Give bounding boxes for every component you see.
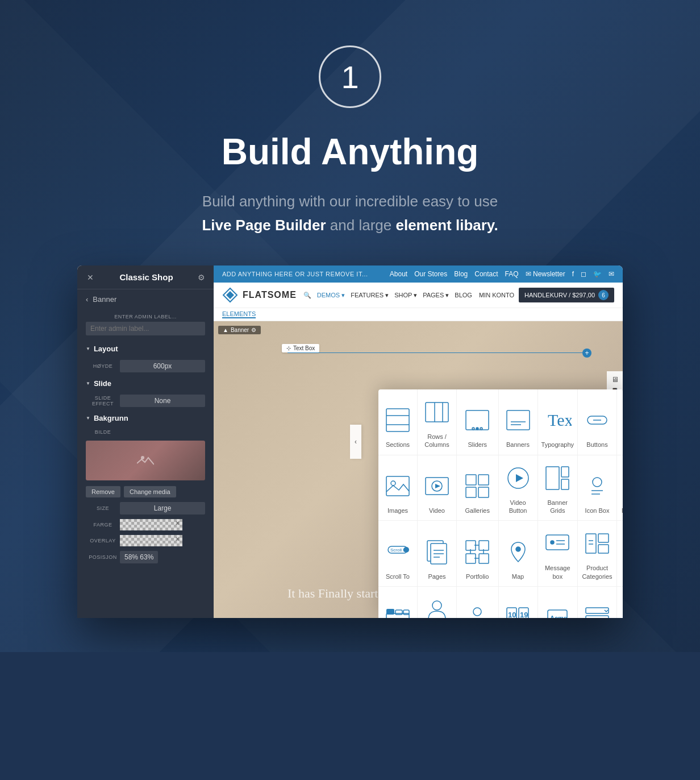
add-element-button[interactable]: + bbox=[582, 348, 591, 358]
element-icon-box[interactable]: Icon Box bbox=[578, 455, 617, 521]
svg-point-22 bbox=[391, 481, 395, 486]
instagram-feed-icon bbox=[620, 594, 623, 618]
cart-button[interactable]: HANDLEKURV / $297,00 6 bbox=[519, 288, 614, 302]
menu-shop[interactable]: SHOP ▾ bbox=[394, 292, 417, 299]
slide-effect-value[interactable]: None bbox=[120, 395, 205, 407]
element-video[interactable]: Video bbox=[418, 455, 457, 521]
nav-faq[interactable]: FAQ bbox=[505, 270, 519, 278]
svg-point-10 bbox=[476, 428, 478, 430]
svg-text:Text: Text bbox=[548, 410, 572, 429]
element-rows-columns[interactable]: Rows / Columns bbox=[418, 389, 457, 455]
size-label: SIZE bbox=[86, 505, 120, 511]
text-box-label: ⊹ Text Box bbox=[282, 344, 319, 352]
sidebar-title: Classic Shop bbox=[119, 272, 173, 282]
element-scroll-to[interactable]: Scroll toScroll To bbox=[378, 521, 418, 587]
min-konto[interactable]: MIN KONTO bbox=[479, 292, 514, 298]
element-label-sliders: Sliders bbox=[468, 441, 487, 449]
top-bar-text: ADD ANYTHING HERE OR JUST REMOVE IT... bbox=[222, 271, 368, 277]
svg-marker-31 bbox=[516, 474, 523, 482]
element-titles[interactable]: TITLETitles / Dividers bbox=[617, 389, 623, 455]
overlay-color-swatch[interactable] bbox=[120, 535, 182, 546]
element-banner-grids[interactable]: Banner Grids bbox=[538, 455, 578, 521]
size-value[interactable]: Large bbox=[120, 502, 205, 515]
nav-contact[interactable]: Contact bbox=[474, 270, 498, 278]
element-video-button[interactable]: Video Button bbox=[499, 455, 538, 521]
close-icon[interactable]: ✕ bbox=[86, 273, 95, 282]
countdown-icon: 1019DAYSMIN bbox=[502, 601, 534, 618]
svg-rect-58 bbox=[546, 535, 569, 550]
element-galleries[interactable]: Galleries bbox=[457, 455, 499, 521]
gear-icon[interactable]: ⚙ bbox=[198, 273, 205, 282]
element-sections[interactable]: Sections bbox=[378, 389, 418, 455]
element-image-box[interactable]: Image Box bbox=[617, 455, 623, 521]
element-typography[interactable]: TextTypography bbox=[538, 389, 578, 455]
sec-nav-elements[interactable]: ELEMENTS bbox=[222, 310, 256, 318]
banner-settings-icon[interactable]: ⚙ bbox=[251, 327, 256, 333]
element-products[interactable]: Products bbox=[617, 521, 623, 587]
element-message-box[interactable]: Message box bbox=[538, 521, 578, 587]
sidebar: ✕ Classic Shop ⚙ ‹ Banner Enter admin la… bbox=[77, 265, 214, 618]
admin-label-input[interactable] bbox=[86, 322, 205, 335]
element-buttons[interactable]: Buttons bbox=[578, 389, 617, 455]
change-media-button[interactable]: Change media bbox=[124, 486, 176, 497]
element-logo[interactable]: AcmeLogo bbox=[538, 587, 578, 618]
back-arrow-icon: ‹ bbox=[86, 295, 88, 304]
menu-pages[interactable]: PAGES ▾ bbox=[423, 292, 449, 299]
svg-text:19: 19 bbox=[520, 611, 528, 618]
logo-diamond-icon bbox=[222, 287, 238, 303]
element-product-categories[interactable]: Product Categories bbox=[578, 521, 617, 587]
nav-email[interactable]: ✉ bbox=[609, 270, 614, 278]
element-accordion[interactable]: Accordion bbox=[578, 587, 617, 618]
element-countdown[interactable]: 1019DAYSMINCountdown bbox=[499, 587, 538, 618]
handlekurv-text: HANDLEKURV / $297,00 bbox=[524, 292, 595, 298]
menu-demos[interactable]: DEMOS ▾ bbox=[317, 292, 345, 299]
nav-newsletter[interactable]: ✉ Newsletter bbox=[526, 270, 565, 278]
menu-search-icon[interactable]: 🔍 bbox=[303, 292, 311, 299]
image-btn-row: Remove Change media bbox=[77, 484, 214, 500]
element-sliders[interactable]: Sliders bbox=[457, 389, 499, 455]
logo-text: FLATSOME bbox=[243, 290, 297, 300]
element-label-image-box: Image Box bbox=[622, 507, 623, 515]
element-testimonials[interactable]: Testimonials bbox=[457, 587, 499, 618]
text-box-line bbox=[288, 352, 589, 353]
site-logo: FLATSOME bbox=[222, 287, 297, 303]
team-member-icon bbox=[421, 594, 453, 618]
element-team-member[interactable]: Team Member bbox=[418, 587, 457, 618]
remove-button[interactable]: Remove bbox=[86, 486, 120, 497]
elements-panel: SectionsRows / ColumnsSlidersBannersText… bbox=[378, 389, 623, 618]
banner-area: ▲ Banner ⚙ ⊹ Text Box + It has Finally s… bbox=[214, 321, 623, 618]
nav-about[interactable]: About bbox=[390, 270, 407, 278]
admin-label-field: Enter admin label... bbox=[77, 309, 214, 340]
slide-section: Slide bbox=[77, 375, 214, 392]
svg-point-35 bbox=[593, 478, 602, 487]
element-tabs[interactable]: Tabs bbox=[378, 587, 418, 618]
elements-grid: SectionsRows / ColumnsSlidersBannersText… bbox=[378, 389, 623, 618]
element-images[interactable]: Images bbox=[378, 455, 418, 521]
svg-rect-63 bbox=[598, 534, 609, 542]
menu-blog[interactable]: BLOG bbox=[455, 292, 472, 298]
sidebar-nav-label[interactable]: ‹ Banner bbox=[77, 289, 214, 309]
element-label-icon-box: Icon Box bbox=[585, 507, 610, 515]
desktop-icon[interactable]: 🖥 bbox=[609, 374, 620, 385]
menu-features[interactable]: FEATURES ▾ bbox=[351, 292, 389, 299]
canvas-area: ADD ANYTHING HERE OR JUST REMOVE IT... A… bbox=[214, 265, 623, 618]
nav-stores[interactable]: Our Stores bbox=[414, 270, 447, 278]
left-arrow-button[interactable]: ‹ bbox=[350, 425, 361, 459]
element-instagram-feed[interactable]: Instagram feed bbox=[617, 587, 623, 618]
svg-rect-28 bbox=[466, 487, 476, 497]
nav-blog[interactable]: Blog bbox=[454, 270, 468, 278]
element-portfolio[interactable]: Portfolio bbox=[457, 521, 499, 587]
nav-facebook[interactable]: f bbox=[572, 270, 574, 278]
element-banners[interactable]: Banners bbox=[499, 389, 538, 455]
scroll-to-icon: Scroll to bbox=[382, 536, 414, 568]
element-pages[interactable]: Pages bbox=[418, 521, 457, 587]
titles-icon: TITLE bbox=[620, 396, 623, 428]
element-map[interactable]: Map bbox=[499, 521, 538, 587]
farge-color-swatch[interactable] bbox=[120, 519, 182, 530]
nav-twitter[interactable]: 🐦 bbox=[593, 270, 602, 278]
svg-rect-9 bbox=[466, 410, 489, 430]
element-label-message-box: Message box bbox=[541, 564, 574, 580]
move-icon: ⊹ bbox=[286, 345, 291, 351]
posisjon-label: POSISJON bbox=[86, 554, 120, 560]
nav-instagram[interactable]: ◻ bbox=[581, 270, 586, 278]
